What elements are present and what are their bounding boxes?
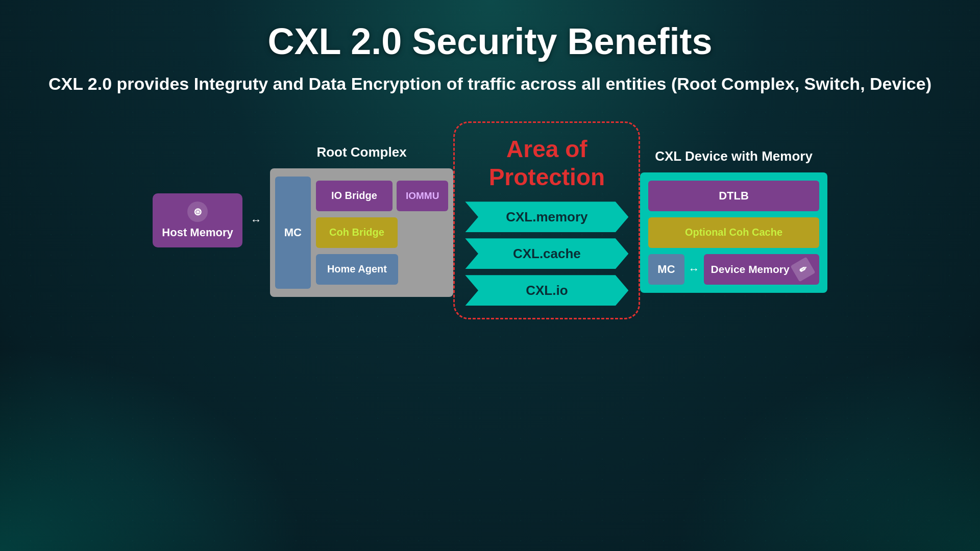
coh-bridge-box: Coh Bridge bbox=[316, 217, 398, 248]
page-title: CXL 2.0 Security Benefits bbox=[268, 20, 713, 62]
device-mc-box: MC bbox=[648, 254, 684, 285]
device-memory-box: Device Memory ✏ bbox=[704, 254, 819, 285]
area-of-protection-section: Area of Protection CXL.memory CXL.cache … bbox=[453, 121, 640, 319]
host-memory-box: ⊛ Host Memory bbox=[153, 193, 242, 247]
root-complex-section: Root Complex MC IO Bridge IOMMU Coh Brid… bbox=[270, 144, 454, 297]
device-components: DTLB Optional Coh Cache MC ↔ Device Memo… bbox=[648, 181, 819, 285]
page-subtitle: CXL 2.0 provides Integruty and Data Encr… bbox=[48, 72, 932, 96]
host-memory-icon: ⊛ bbox=[187, 202, 208, 222]
opt-coh-cache-box: Optional Coh Cache bbox=[648, 217, 819, 248]
pencil-icon: ✏ bbox=[790, 257, 815, 282]
root-complex-label: Root Complex bbox=[316, 144, 406, 160]
home-agent-box: Home Agent bbox=[316, 254, 398, 285]
bridges-column: IO Bridge IOMMU Coh Bridge Home Agent bbox=[316, 181, 448, 285]
cxl-memory-bar: CXL.memory bbox=[465, 202, 628, 232]
home-agent-row: Home Agent bbox=[316, 254, 448, 285]
iommu-box: IOMMU bbox=[397, 181, 448, 211]
cxl-io-bar: CXL.io bbox=[465, 275, 628, 306]
dtlb-box: DTLB bbox=[648, 181, 819, 211]
host-mc-arrow: ↔ bbox=[251, 214, 262, 227]
host-memory-section: ⊛ Host Memory ↔ bbox=[153, 193, 261, 247]
area-of-protection-label: Area of Protection bbox=[489, 135, 605, 191]
device-section-label: CXL Device with Memory bbox=[655, 148, 813, 164]
io-bridge-row: IO Bridge IOMMU bbox=[316, 181, 448, 211]
diagram-container: ⊛ Host Memory ↔ Root Complex MC IO Bridg… bbox=[41, 121, 939, 319]
area-of-protection-box: Area of Protection CXL.memory CXL.cache … bbox=[453, 121, 640, 319]
io-bridge-box: IO Bridge bbox=[316, 181, 393, 211]
device-memory-label: Device Memory bbox=[711, 263, 790, 276]
host-memory-label: Host Memory bbox=[162, 226, 233, 239]
device-section: CXL Device with Memory DTLB Optional Coh… bbox=[640, 148, 827, 293]
main-content: CXL 2.0 Security Benefits CXL 2.0 provid… bbox=[0, 0, 980, 551]
cxl-cache-bar: CXL.cache bbox=[465, 238, 628, 269]
coh-bridge-row: Coh Bridge bbox=[316, 217, 448, 248]
mc-device-memory-arrow: ↔ bbox=[689, 263, 700, 276]
root-mc-box: MC bbox=[275, 177, 311, 289]
device-box: DTLB Optional Coh Cache MC ↔ Device Memo… bbox=[640, 172, 827, 293]
root-complex-box: MC IO Bridge IOMMU Coh Bridge Home Agent bbox=[270, 168, 454, 297]
mc-device-row: MC ↔ Device Memory ✏ bbox=[648, 254, 819, 285]
